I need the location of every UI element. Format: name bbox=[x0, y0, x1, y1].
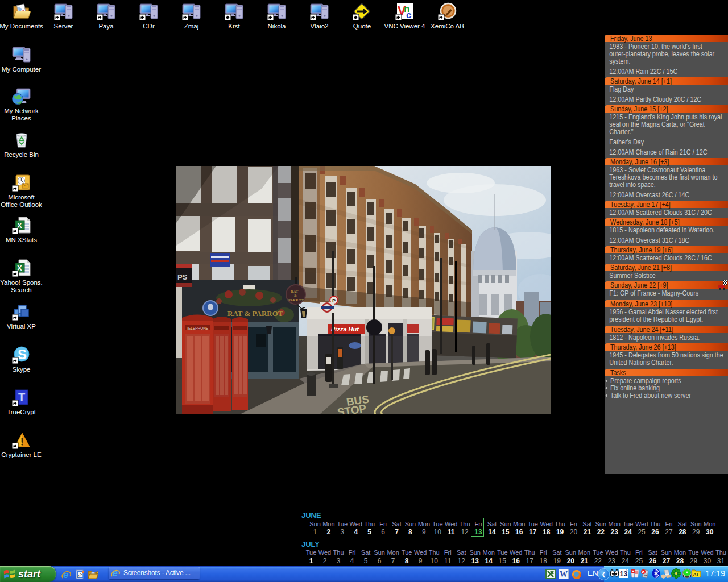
svg-text:RAT & PARROT: RAT & PARROT bbox=[228, 309, 283, 318]
svg-text:W: W bbox=[560, 570, 568, 579]
svg-text:TELEPHONE: TELEPHONE bbox=[186, 326, 209, 330]
svg-text:e: e bbox=[113, 568, 118, 578]
svg-text:e: e bbox=[63, 569, 68, 580]
svg-text:PARROT: PARROT bbox=[288, 298, 304, 302]
svg-text:c: c bbox=[406, 10, 411, 20]
svg-text:13: 13 bbox=[620, 570, 628, 578]
svg-text:&: & bbox=[294, 294, 297, 297]
svg-text:PS: PS bbox=[177, 273, 188, 281]
svg-text:T: T bbox=[18, 391, 25, 404]
svg-text:Pizza Hut: Pizza Hut bbox=[331, 326, 359, 332]
svg-text:AF: AF bbox=[693, 572, 700, 577]
svg-text:RAT: RAT bbox=[291, 289, 299, 294]
svg-text:S: S bbox=[18, 347, 27, 362]
